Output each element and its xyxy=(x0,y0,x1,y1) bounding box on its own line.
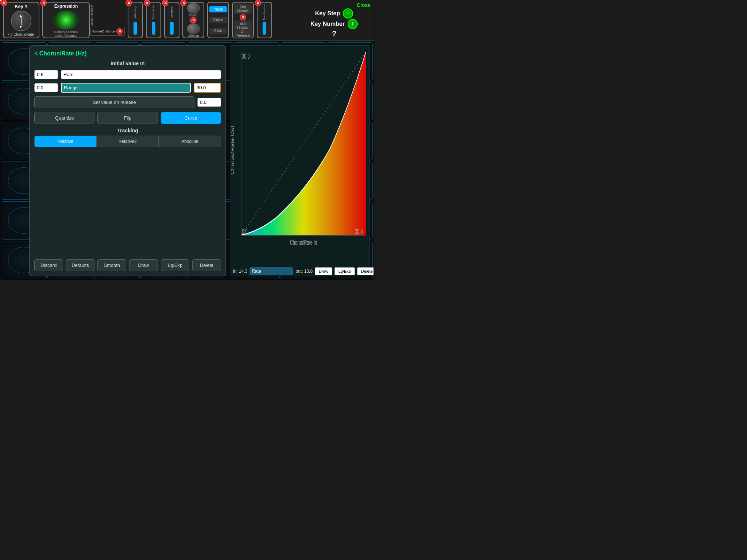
chrs-rt-knob[interactable] xyxy=(187,3,200,13)
set-value-row: Set value on release xyxy=(34,96,221,108)
chorus-rate-indicator: Chorus/Rate ✕ xyxy=(8,32,34,36)
bottom-buttons: Discard Defaults Smooth Draw Lg/Exp Dele… xyxy=(34,259,221,271)
amp-volume-panel: ✕ Amp/Volume xyxy=(257,2,272,38)
chrs-rt-panel: ✕ ChrRt ✕ ChrsDp xyxy=(182,2,204,38)
range-row xyxy=(34,83,221,93)
tracking-title: Tracking xyxy=(34,128,221,133)
slide-btn[interactable]: Slide xyxy=(209,28,227,34)
initial-value-row xyxy=(34,70,221,79)
expression-title: Expression xyxy=(54,3,78,10)
piano-guitar-panel: Piano Guitar Slide xyxy=(207,2,229,38)
chart-draw-btn[interactable]: Draw xyxy=(315,267,332,275)
palm-mute-label: Palm Mute xyxy=(152,4,155,20)
svg-text:0.0: 0.0 xyxy=(242,228,247,235)
guitar-distance-label: Guitar/Distance xyxy=(55,34,77,38)
chart-bottom-row: in: 14.3 out: 13.8 Draw Lg/Exp Delete xyxy=(230,267,369,275)
key-y-knob[interactable] xyxy=(11,11,31,31)
expression-visual xyxy=(53,11,79,30)
nch-hrmnic-btn[interactable]: nch Hrmnic On Release xyxy=(234,20,252,39)
chart-out-label: out: 13.8 xyxy=(295,269,313,274)
stiffness-slider[interactable] xyxy=(170,22,174,35)
stiffness-label: Stiffness xyxy=(170,4,173,20)
relative-btn[interactable]: Relative xyxy=(34,136,97,147)
expression-close-btn[interactable]: ✕ xyxy=(40,0,47,6)
curve-chart-svg: Chorus/Rate Out 30.0 0.0 30.0 Chorus/Rat… xyxy=(230,46,369,248)
modal-overlay: < Chorus/Rate (Hz) Initial Value In Set … xyxy=(0,42,374,280)
whammy-slider[interactable] xyxy=(133,22,137,35)
piano-btn[interactable]: Piano xyxy=(209,6,227,12)
palm-mute-panel: ✕ Palm Mute xyxy=(146,2,161,38)
tracking-buttons: Relative Relative2 Absolute xyxy=(34,136,221,147)
initial-value-input[interactable] xyxy=(34,70,58,79)
range-value-left[interactable] xyxy=(34,83,58,92)
modal-title[interactable]: < Chorus/Rate (Hz) xyxy=(34,50,221,57)
smooth-btn[interactable]: Smooth xyxy=(97,259,126,271)
whammy-close-btn[interactable]: ✕ xyxy=(125,0,132,6)
top-toolbar: Key Y Chorus/Rate ✕ ✕ Expression Guitar/… xyxy=(0,0,374,41)
guitar-feedback-label: Guitar/Feedback xyxy=(54,30,78,34)
expression-panel: ✕ Expression Guitar/Feedback Guitar/Dist… xyxy=(42,2,90,38)
svg-text:30.0: 30.0 xyxy=(355,228,363,235)
initial-value-section-title: Initial Value In xyxy=(34,61,221,66)
key-y-label: Key Y xyxy=(15,4,28,9)
amp-volume-close-btn[interactable]: ✕ xyxy=(255,0,261,6)
range-value-right[interactable] xyxy=(194,83,221,93)
defaults-btn[interactable]: Defaults xyxy=(66,259,95,271)
stiffness-panel: ✕ Stiffness xyxy=(164,2,179,38)
relative2-btn[interactable]: Relative2 xyxy=(97,136,159,147)
chart-area: Chorus/Rate Out 30.0 0.0 30.0 Chorus/Rat… xyxy=(230,45,370,276)
chrs-dp-knob[interactable] xyxy=(187,23,200,34)
palm-mute-close-btn[interactable]: ✕ xyxy=(144,0,150,6)
chrs-dp-label: ChrsDp xyxy=(188,34,199,38)
chart-container[interactable]: Chorus/Rate Out 30.0 0.0 30.0 Chorus/Rat… xyxy=(230,45,370,276)
guitar-feedback-vertical: Guitar/Feedback xyxy=(90,4,125,26)
quantize-btn[interactable]: Quantize xyxy=(34,112,94,124)
chorus-rate-text: Chorus/Rate xyxy=(13,32,34,36)
knob-arrow xyxy=(21,16,22,25)
palm-mute-slider[interactable] xyxy=(152,22,155,35)
key-step-label: Key Step xyxy=(315,10,340,17)
curve-btn[interactable]: Curve xyxy=(161,112,221,124)
chart-lgexp-btn[interactable]: Lg/Exp xyxy=(334,267,355,275)
flip-btn[interactable]: Flip xyxy=(97,112,158,124)
help-btn[interactable]: ? xyxy=(332,30,336,38)
chrs-rt-close-btn[interactable]: ✕ xyxy=(180,0,187,6)
stiffness-close-btn[interactable]: ✕ xyxy=(162,0,169,6)
tracking-section: Tracking Relative Relative2 Absolute xyxy=(34,128,221,147)
rate-input-1[interactable] xyxy=(61,70,221,79)
draw-btn[interactable]: Draw xyxy=(129,259,158,271)
key-step-plus-btn[interactable]: + xyxy=(343,8,353,19)
lg-exp-btn[interactable]: Lg/Exp xyxy=(161,259,190,271)
2nd-hrmnic-btn[interactable]: 2nd Hrmnic xyxy=(234,4,252,14)
key-number-plus-btn[interactable]: + xyxy=(348,19,358,29)
key-y-panel: Key Y Chorus/Rate ✕ xyxy=(3,2,39,38)
key-number-label: Key Number xyxy=(310,21,345,27)
amp-volume-slider[interactable] xyxy=(263,22,266,35)
qfc-row: Quantize Flip Curve xyxy=(34,112,221,124)
hrmnic-panel: ✕ 2nd Hrmnic ✕ nch Hrmnic On Release xyxy=(232,2,254,38)
indicator-dot xyxy=(8,33,12,36)
svg-text:Chorus/Rate Out: Chorus/Rate Out xyxy=(231,126,235,175)
guitar-distance-close-btn[interactable]: ✕ xyxy=(116,28,123,35)
svg-text:Chorus/Rate In: Chorus/Rate In xyxy=(290,239,317,246)
right-panel: Close Key Step + Key Number + ? xyxy=(298,2,371,38)
discard-btn[interactable]: Discard xyxy=(34,259,63,271)
set-value-release-btn[interactable]: Set value on release xyxy=(34,96,194,108)
modal-panel: < Chorus/Rate (Hz) Initial Value In Set … xyxy=(29,45,226,276)
chart-delete-btn[interactable]: Delete xyxy=(357,267,374,275)
hrmnic2-close-btn[interactable]: ✕ xyxy=(240,14,246,20)
whammy-label: Whammy xyxy=(134,4,137,20)
release-value-input[interactable] xyxy=(197,98,221,107)
guitar-btn[interactable]: Guitar xyxy=(209,17,227,23)
chart-rate-input[interactable] xyxy=(249,267,293,275)
delete-btn[interactable]: Delete xyxy=(192,259,221,271)
amp-volume-label: Amp/Volume xyxy=(263,4,266,20)
chrs-rt-close2-btn[interactable]: ✕ xyxy=(190,17,197,23)
chrs-rt-label: ChrRt xyxy=(189,13,198,17)
whammy-panel: ✕ Whammy xyxy=(128,2,143,38)
range-input[interactable] xyxy=(61,83,191,93)
chart-in-label: in: 14.3 xyxy=(233,269,247,274)
svg-text:30.0: 30.0 xyxy=(242,52,250,60)
absolute-btn[interactable]: Absolute xyxy=(159,136,221,147)
close-label[interactable]: Close xyxy=(357,2,371,8)
